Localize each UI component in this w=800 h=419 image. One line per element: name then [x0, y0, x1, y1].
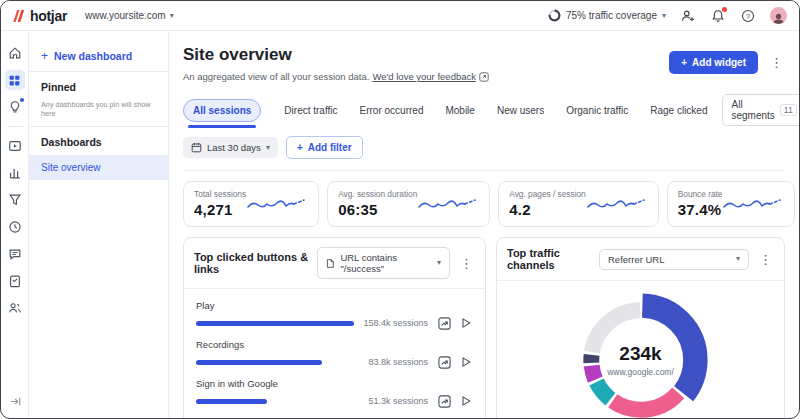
rail-interviews-button[interactable]: [5, 298, 25, 318]
plus-icon: +: [41, 49, 48, 63]
clicked-buttons-list: Play 158.4k sessions Rec: [184, 289, 485, 419]
stat-card-total-sessions: Total sessions 4,271: [183, 181, 319, 227]
referrer-dropdown[interactable]: Referrer URL ▾: [599, 249, 749, 270]
play-icon: [460, 395, 472, 407]
chevron-down-icon: ▾: [437, 259, 441, 267]
calendar-icon: [191, 142, 202, 153]
bar-label: Recordings: [196, 339, 473, 350]
top-bar: hotjar www.yoursite.com ▾ 75% traffic co…: [1, 1, 799, 31]
chip-rage-clicked[interactable]: Rage clicked: [641, 100, 716, 121]
widget-kebab-menu[interactable]: ⋮: [458, 257, 475, 270]
stat-label: Total sessions: [194, 189, 246, 199]
play-recordings-button[interactable]: [459, 394, 473, 408]
play-icon: [460, 317, 472, 329]
site-selector[interactable]: www.yoursite.com ▾: [85, 10, 174, 21]
play-recordings-button[interactable]: [459, 316, 473, 330]
feedback-link[interactable]: We'd love your feedback: [372, 71, 476, 82]
widget-kebab-menu[interactable]: ⋮: [757, 253, 774, 266]
person-add-icon: [681, 9, 695, 23]
stat-card-session-duration: Avg. session duration 06:35: [327, 181, 490, 227]
rail-dashboards-button[interactable]: [5, 70, 25, 90]
chip-new-users[interactable]: New users: [488, 100, 553, 121]
bar: [196, 399, 267, 404]
help-button[interactable]: ?: [740, 8, 756, 24]
stat-value: 06:35: [338, 201, 417, 218]
chat-bubble-icon: [8, 247, 22, 261]
page-icon: [326, 258, 334, 269]
traffic-coverage-selector[interactable]: 75% traffic coverage ▾: [548, 9, 666, 22]
view-heatmap-button[interactable]: [437, 355, 451, 369]
stat-card-pages-per-session: Avg. pages / session 4.2: [498, 181, 658, 227]
sparkline-chart: [417, 195, 479, 213]
new-dashboard-label: New dashboard: [54, 50, 132, 62]
site-selector-value: www.yoursite.com: [85, 10, 166, 21]
sidebar-item-label: Site overview: [29, 155, 168, 180]
coverage-label: 75% traffic coverage: [566, 10, 657, 21]
stats-row: Total sessions 4,271 Avg. session durati…: [183, 181, 785, 227]
view-heatmap-button[interactable]: [437, 394, 451, 408]
rail-divider: [7, 126, 23, 127]
page-subtitle: An aggregated view of all your session d…: [183, 71, 369, 82]
sessions-count: 51.3k sessions: [368, 396, 428, 406]
nav-rail: [1, 31, 29, 419]
donut-center-value: 234k: [619, 343, 661, 365]
pinned-section: Pinned Any dashboards you pin will show …: [29, 71, 168, 126]
funnel-icon: [8, 193, 22, 207]
notifications-button[interactable]: [710, 8, 726, 24]
rail-recordings-button[interactable]: [5, 136, 25, 156]
add-filter-label: Add filter: [308, 142, 352, 153]
hotjar-logo[interactable]: hotjar: [13, 8, 67, 24]
sparkline-chart: [246, 195, 308, 213]
rail-surveys-button[interactable]: [5, 271, 25, 291]
chip-organic-traffic[interactable]: Organic traffic: [557, 100, 637, 121]
play-recordings-button[interactable]: [459, 355, 473, 369]
main-content: Site overview An aggregated view of all …: [169, 31, 799, 419]
trend-icon: [438, 317, 451, 330]
segments-count-badge: 11: [780, 104, 797, 116]
user-avatar[interactable]: [770, 7, 787, 24]
recordings-icon: [8, 139, 22, 153]
new-dashboard-button[interactable]: + New dashboard: [29, 41, 168, 71]
view-heatmap-button[interactable]: [437, 316, 451, 330]
url-filter-value: URL contains "/success": [340, 252, 427, 274]
add-widget-button[interactable]: + Add widget: [669, 51, 758, 74]
chevron-down-icon: ▾: [736, 255, 740, 263]
pinned-title: Pinned: [41, 81, 156, 93]
chip-mobile[interactable]: Mobile: [436, 100, 483, 121]
dashboards-section: Dashboards Site overview: [29, 126, 168, 188]
chip-all-sessions[interactable]: All sessions: [183, 99, 261, 122]
rail-home-button[interactable]: [5, 43, 25, 63]
date-range-dropdown[interactable]: Last 30 days ▾: [183, 137, 278, 158]
page-title: Site overview: [183, 45, 489, 65]
bar: [196, 360, 322, 365]
chip-direct-traffic[interactable]: Direct traffic: [275, 100, 346, 121]
sparkline-chart: [586, 195, 648, 213]
rail-heatmaps-button[interactable]: [5, 163, 25, 183]
add-filter-button[interactable]: + Add filter: [286, 136, 363, 159]
stat-value: 4.2: [509, 201, 585, 218]
coverage-progress-icon: [548, 9, 561, 22]
rail-sessions-button[interactable]: [5, 217, 25, 237]
hotjar-flame-icon: [13, 9, 25, 23]
rail-insights-button[interactable]: [5, 97, 25, 117]
page-kebab-menu[interactable]: ⋮: [768, 56, 785, 69]
chip-error-occurred[interactable]: Error occurred: [351, 100, 433, 121]
segment-chips: All sessions Direct traffic Error occurr…: [183, 94, 785, 126]
sidebar-item-site-overview[interactable]: Site overview: [29, 155, 168, 180]
collapse-sidebar-button[interactable]: [5, 391, 25, 411]
bar-label: Play: [196, 300, 473, 311]
filter-bar: Last 30 days ▾ + Add filter: [183, 136, 785, 171]
add-widget-label: Add widget: [692, 57, 746, 68]
url-filter-dropdown[interactable]: URL contains "/success" ▾: [317, 247, 450, 279]
traffic-channels-widget: Top traffic channels Referrer URL ▾ ⋮ 23…: [496, 237, 785, 419]
all-segments-dropdown[interactable]: All segments 11 ▾: [722, 94, 799, 126]
invite-user-button[interactable]: [680, 8, 696, 24]
chevron-down-icon: ▾: [662, 12, 666, 20]
plus-icon: +: [681, 57, 687, 68]
clipboard-icon: [8, 274, 22, 288]
rail-feedback-button[interactable]: [5, 244, 25, 264]
date-range-value: Last 30 days: [207, 142, 261, 153]
stat-value: 4,271: [194, 201, 246, 218]
rail-funnels-button[interactable]: [5, 190, 25, 210]
plus-icon: +: [297, 142, 303, 153]
